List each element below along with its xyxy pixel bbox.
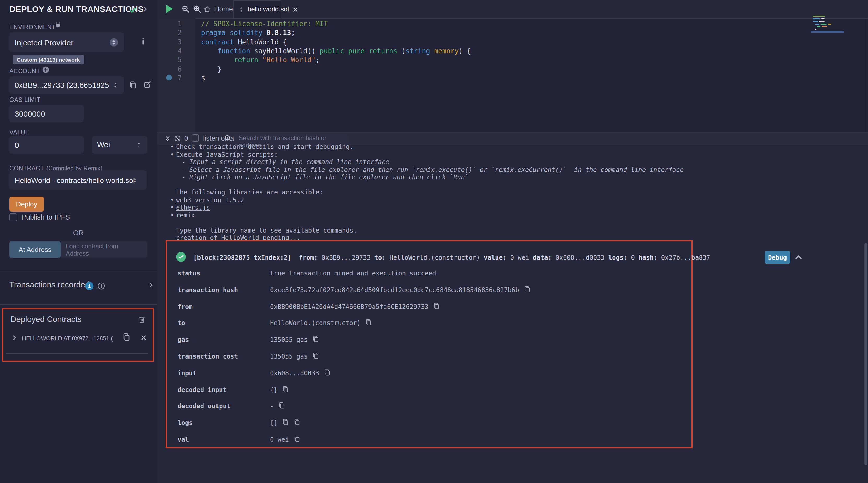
transaction-row: decoded input{} [178,386,679,403]
transaction-row-value: 135055 gas [270,336,308,343]
line-number[interactable]: 1 [157,19,182,28]
gas-limit-input[interactable]: 3000000 [9,105,84,122]
copy-contract-icon[interactable] [122,333,130,341]
contract-select[interactable]: HelloWorld - contracts/hello world.sol [9,170,147,190]
transaction-row-value: 135055 gas [270,353,308,360]
panel-collapse-chevron-icon[interactable] [142,6,149,12]
transaction-row: logs[] [178,419,679,436]
terminal-text: - Right click on a JavaScript file in th… [182,174,468,181]
run-script-play-icon[interactable] [166,5,173,13]
tab-home[interactable]: Home [203,0,233,18]
code-line: 3contract HelloWorld { [157,37,868,47]
edit-account-icon[interactable] [143,81,151,89]
copy-icon[interactable] [294,419,301,426]
at-address-input[interactable]: Load contract from Address [61,242,147,258]
transaction-summary[interactable]: [block:23082875 txIndex:2] from: 0xBB9..… [193,254,710,261]
remix-ide: DEPLOY & RUN TRANSACTIONS ENVIRONMENT In… [0,0,868,483]
section-divider-2 [0,304,157,305]
environment-label: ENVIRONMENT [9,24,56,30]
copy-icon[interactable] [282,386,289,392]
zoom-in-icon[interactable] [193,5,202,13]
line-number[interactable]: 4 [157,47,182,56]
copy-account-icon[interactable] [129,81,137,89]
transaction-row-value: [] [270,419,278,427]
trash-icon[interactable] [138,316,146,323]
select-updown-icon [109,38,119,47]
deploy-button[interactable]: Deploy [9,197,44,212]
remove-contract-x-icon[interactable] [141,335,147,341]
gas-limit-label: GAS LIMIT [9,97,40,103]
terminal-line: The following libraries are accessible: [170,189,684,196]
code-line: 5 return "Hello World"; [157,55,868,64]
copy-icon[interactable] [293,435,300,442]
at-address-button[interactable]: At Address [9,242,61,258]
zoom-out-icon[interactable] [181,5,190,13]
value-amount: 0 [14,140,19,149]
transaction-row-label: to [178,320,270,327]
terminal-line: •ethers.js [170,204,684,211]
transaction-row-label: val [178,436,270,443]
deployed-contracts-highlight-box: Deployed Contracts HELLOWORLD AT 0X972..… [2,308,154,362]
terminal-text: Check transactions details and start deb… [176,143,353,150]
line-number[interactable]: 2 [157,28,182,38]
terminal-line [170,219,684,227]
search-icon [224,134,232,142]
terminal-link[interactable]: web3 version 1.5.2 [176,196,244,204]
or-divider: OR [0,229,157,237]
clear-console-ban-icon[interactable] [174,135,181,142]
environment-info-icon[interactable] [139,37,147,46]
transaction-highlight-box: [block:23082875 txIndex:2] from: 0xBB9..… [165,240,692,449]
account-spinner-icon [112,82,119,89]
account-select[interactable]: 0xBB9...29733 (23.6651825 [9,76,124,94]
copy-icon[interactable] [278,402,285,409]
listen-transactions-checkbox[interactable] [192,134,199,142]
add-account-icon[interactable] [42,66,50,74]
bullet-marker: • [170,211,176,219]
transaction-row-label: logs [178,419,270,427]
transaction-row: val0 wei [178,436,679,453]
code-text: $ [201,74,205,83]
contract-expand-chevron-icon[interactable] [11,335,18,341]
line-number[interactable]: 6 [157,64,182,74]
gas-limit-value: 3000000 [14,109,45,118]
bullet-marker: • [170,143,176,151]
value-unit-select[interactable]: Wei [92,136,147,154]
editor-scroll-rail [866,18,866,132]
transactions-expand-chevron-icon[interactable] [148,282,155,288]
copy-icon[interactable] [433,303,440,309]
copy-icon[interactable] [282,419,289,426]
code-text: // SPDX-License-Identifier: MIT [201,19,328,28]
copy-icon[interactable] [324,369,331,376]
line-number[interactable]: 3 [157,37,182,47]
transaction-row: transaction hash0xce3fe73a72af027ed842a6… [178,286,679,303]
transaction-row-label: gas [178,336,270,343]
terminal-link[interactable]: ethers.js [176,204,210,211]
collapse-block-chevron-up-icon[interactable] [794,253,803,261]
environment-select[interactable]: Injected Provider [9,32,124,52]
editor-minimap[interactable] [811,15,844,42]
transaction-row: transaction cost135055 gas [178,353,679,370]
deployed-contract-item[interactable]: HELLOWORLD AT 0X972...12851 ( [22,335,113,341]
tab-hello-world-sol[interactable]: hello world.sol [234,0,281,18]
home-icon [203,5,211,13]
publish-ipfs-checkbox[interactable] [9,213,17,221]
line-number[interactable]: 5 [157,55,182,64]
breakpoint-dot[interactable] [166,75,172,81]
code-line: 1// SPDX-License-Identifier: MIT [157,19,868,28]
copy-icon[interactable] [365,319,372,326]
vertical-scrollbar[interactable] [864,243,867,465]
value-input[interactable]: 0 [9,136,84,154]
copy-icon[interactable] [313,336,319,342]
transaction-row: from0xBB900BbE1A20dA4d474666B79a5fa6CE12… [178,303,679,320]
active-tab-label: hello world.sol [248,6,289,13]
terminal-text: - Input a script directly in the command… [182,159,389,166]
debug-button[interactable]: Debug [765,251,790,264]
collapse-terminal-chevrons-icon[interactable] [164,135,171,142]
contract-value: HelloWorld - contracts/hello world.sol [14,176,135,184]
terminal-line: •web3 version 1.5.2 [170,196,684,204]
transactions-info-icon[interactable] [97,282,105,290]
close-tab-x-icon[interactable] [292,6,298,12]
copy-icon[interactable] [313,352,319,359]
section-divider [0,271,157,271]
copy-icon[interactable] [524,286,531,293]
